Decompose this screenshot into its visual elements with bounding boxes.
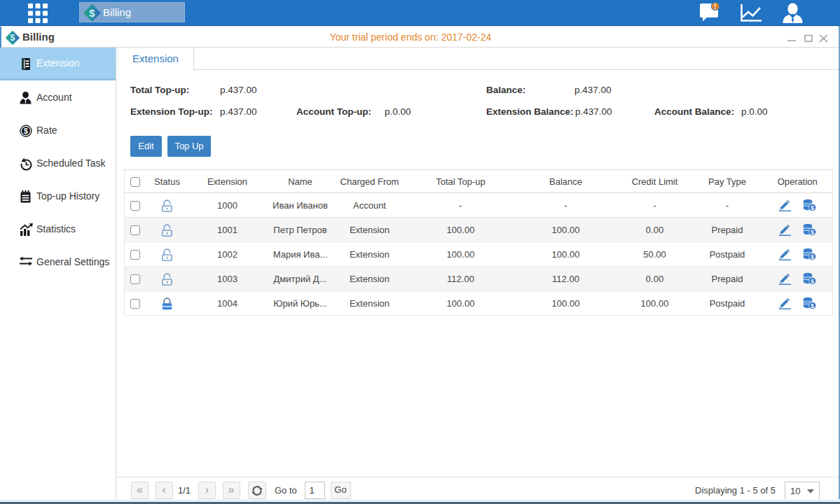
svg-text:!: ! — [714, 3, 716, 10]
svg-text:$: $ — [89, 7, 95, 19]
svg-text:$: $ — [24, 127, 28, 135]
